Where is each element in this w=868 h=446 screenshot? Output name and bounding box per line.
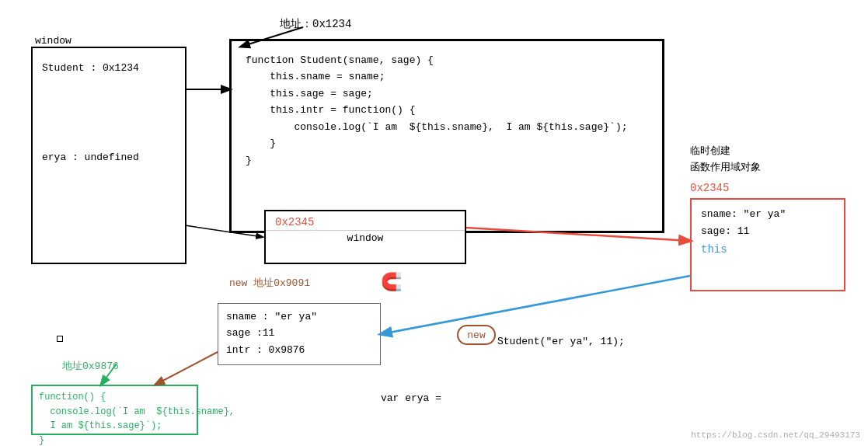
inner-box-addr: 0x2345 bbox=[266, 211, 465, 230]
new-oval: new bbox=[457, 325, 496, 345]
code-text: function Student(sname, sage) { this.sna… bbox=[246, 52, 648, 169]
svg-line-5 bbox=[155, 352, 218, 385]
erya-undefined: erya : undefined bbox=[42, 152, 176, 163]
inner-box-window: window bbox=[266, 230, 465, 246]
window-label: window bbox=[35, 35, 71, 47]
addr-above-code: 地址：0x1234 bbox=[280, 17, 351, 31]
right-box-content: sname: "er ya" sage: 11 bbox=[701, 206, 835, 240]
right-box-this: this bbox=[701, 243, 835, 256]
inner-box: 0x2345 window bbox=[264, 210, 466, 264]
window-box: Student : 0x1234 erya : undefined bbox=[31, 47, 186, 264]
student-addr: Student : 0x1234 bbox=[42, 62, 176, 74]
student-call: Student("er ya", 11); bbox=[497, 336, 625, 347]
right-box: sname: "er ya" sage: 11 this bbox=[690, 198, 845, 291]
func-box: function() { console.log(`I am ${this.sn… bbox=[31, 385, 198, 435]
code-box: function Student(sname, sage) { this.sna… bbox=[229, 39, 664, 233]
watermark: https://blog.csdn.net/qq_29493173 bbox=[691, 430, 860, 440]
object-box: sname : "er ya" sage :11 intr : 0x9876 bbox=[218, 303, 381, 365]
obj-box-text: sname : "er ya" sage :11 intr : 0x9876 bbox=[226, 308, 372, 358]
new-addr-label: new 地址0x9091 bbox=[229, 276, 310, 290]
svg-line-3 bbox=[381, 276, 690, 334]
temp-label: 临时创建 函数作用域对象 0x2345 bbox=[690, 144, 761, 197]
small-square bbox=[57, 336, 63, 342]
func-box-text: function() { console.log(`I am ${this.sn… bbox=[39, 390, 190, 446]
addr9876: 地址0x9876 bbox=[62, 359, 119, 373]
magnet-icon: 🧲 bbox=[381, 272, 402, 293]
var-erya: var erya = bbox=[381, 392, 441, 404]
